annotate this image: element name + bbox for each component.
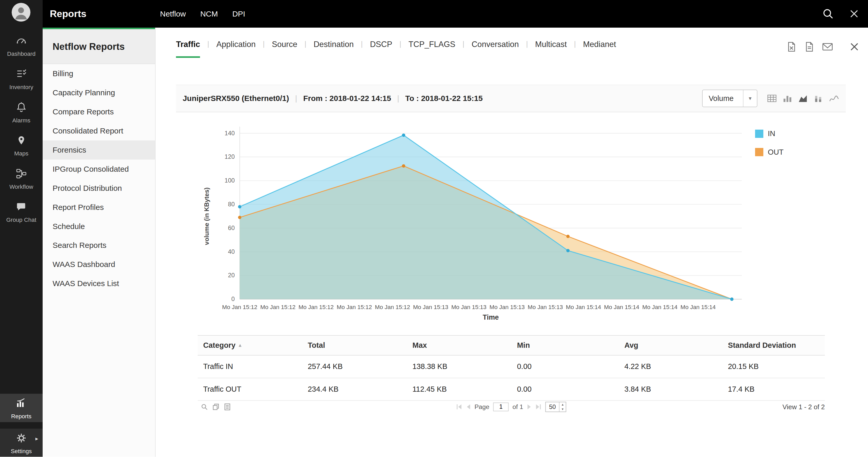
col-header-max[interactable]: Max: [407, 335, 512, 355]
rail-item-label: Alarms: [12, 117, 30, 124]
tab-medianet[interactable]: Medianet: [583, 40, 616, 56]
stepper-down-icon[interactable]: ▾: [559, 407, 566, 412]
tab-dscp[interactable]: DSCP: [370, 40, 392, 56]
page-size-select[interactable]: 50 ▴ ▾: [545, 402, 566, 412]
rail-item-group-chat[interactable]: Group Chat: [0, 197, 43, 230]
topnav-ncm[interactable]: NCM: [200, 9, 218, 18]
tab-tcp-flags[interactable]: TCP_FLAGS: [408, 40, 455, 56]
avatar[interactable]: [12, 3, 30, 22]
search-icon[interactable]: [823, 8, 834, 20]
tab-separator: |: [526, 40, 528, 48]
table-cell: Traffic IN: [198, 355, 302, 378]
email-icon[interactable]: [822, 42, 833, 51]
sidebar-item-forensics[interactable]: Forensics: [43, 140, 155, 160]
legend-label: IN: [768, 129, 775, 138]
table-row[interactable]: Traffic IN257.44 KB138.38 KB0.004.22 KB2…: [198, 355, 825, 378]
bar-chart-icon[interactable]: [783, 94, 792, 102]
col-header-avg[interactable]: Avg: [619, 335, 722, 355]
grid-export-icon[interactable]: [224, 403, 230, 411]
tab-multicast[interactable]: Multicast: [535, 40, 567, 56]
sidebar-item-waas-dashboard[interactable]: WAAS Dashboard: [43, 255, 155, 274]
grid-search-icon[interactable]: [201, 403, 208, 410]
rail-item-workflow[interactable]: Workflow: [0, 164, 43, 197]
grid-copy-icon[interactable]: [213, 403, 219, 410]
sidebar-item-schedule[interactable]: Schedule: [43, 217, 155, 236]
table-cell: 234.4 KB: [302, 378, 407, 401]
last-page-button[interactable]: [535, 404, 541, 409]
col-header-min[interactable]: Min: [512, 335, 619, 355]
rail-item-dashboard[interactable]: Dashboard: [0, 31, 43, 64]
main-content: Traffic|Application|Source|Destination|D…: [156, 28, 868, 457]
tab-conversation[interactable]: Conversation: [472, 40, 519, 56]
table-view-icon[interactable]: [767, 94, 777, 102]
stacked-bar-icon[interactable]: [814, 94, 823, 102]
col-header-total[interactable]: Total: [302, 335, 407, 355]
page-title: Reports: [50, 8, 87, 20]
table-row[interactable]: Traffic OUT234.4 KB112.45 KB0.003.84 KB1…: [198, 378, 825, 401]
next-page-button[interactable]: [527, 404, 531, 409]
svg-text:120: 120: [224, 154, 235, 160]
sidebar-item-report-profiles[interactable]: Report Profiles: [43, 198, 155, 217]
export-xls-icon[interactable]: [786, 41, 797, 52]
grid-toolbar: [198, 403, 230, 411]
sidebar-item-waas-devices-list[interactable]: WAAS Devices List: [43, 274, 155, 293]
expand-arrow-icon: ▸: [35, 435, 38, 442]
table-cell: 138.38 KB: [407, 355, 512, 378]
metric-select[interactable]: Volume ▾: [702, 90, 757, 107]
first-page-button[interactable]: [456, 404, 463, 409]
sidebar-item-consolidated-report[interactable]: Consolidated Report: [43, 121, 155, 140]
legend-swatch: [755, 148, 763, 156]
tab-source[interactable]: Source: [272, 40, 297, 56]
top-nav: Netflow NCM DPI: [160, 9, 245, 18]
sidebar-item-protocol-distribution[interactable]: Protocol Distribution: [43, 179, 155, 198]
tab-destination[interactable]: Destination: [313, 40, 353, 56]
tab-separator: |: [263, 40, 265, 48]
sidebar-item-capacity-planning[interactable]: Capacity Planning: [43, 83, 155, 102]
sort-asc-icon: ▴: [239, 342, 241, 348]
tab-application[interactable]: Application: [216, 40, 255, 56]
col-header-standard-deviation[interactable]: Standard Deviation: [722, 335, 825, 355]
topnav-dpi[interactable]: DPI: [232, 9, 245, 18]
line-chart-icon[interactable]: [829, 94, 839, 102]
page-label: Page: [474, 403, 489, 411]
sidebar-title: Netflow Reports: [43, 28, 155, 64]
prev-page-button[interactable]: [466, 404, 471, 409]
legend-item-in[interactable]: IN: [755, 129, 783, 138]
rail-item-settings[interactable]: Settings ▸: [0, 429, 43, 457]
table-cell: 3.84 KB: [619, 378, 722, 401]
svg-text:0: 0: [231, 296, 235, 302]
report-meta: JuniperSRX550 (Ethernet0/1) | From : 201…: [183, 94, 483, 103]
svg-text:Mo Jan 15:12: Mo Jan 15:12: [222, 304, 257, 311]
rail-item-maps[interactable]: Maps: [0, 131, 43, 164]
sidebar-item-billing[interactable]: Billing: [43, 64, 155, 83]
sidebar-item-compare-reports[interactable]: Compare Reports: [43, 102, 155, 121]
sidebar-item-ipgroup-consolidated[interactable]: IPGroup Consolidated: [43, 160, 155, 179]
svg-text:Mo Jan 15:13: Mo Jan 15:13: [528, 304, 563, 311]
svg-text:Mo Jan 15:13: Mo Jan 15:13: [489, 304, 525, 311]
close-icon[interactable]: [849, 9, 859, 19]
app-window: Reports Netflow NCM DPI Dashboard: [0, 0, 868, 457]
topbar: Reports Netflow NCM DPI: [43, 0, 868, 28]
stepper-up-icon[interactable]: ▴: [559, 402, 566, 407]
page-number-input[interactable]: [493, 402, 509, 411]
col-header-category[interactable]: Category▴: [198, 335, 302, 355]
svg-text:140: 140: [224, 130, 235, 137]
pager: Page of 1 50 ▴ ▾: [456, 402, 566, 412]
map-pin-icon: [15, 134, 27, 149]
topnav-netflow[interactable]: Netflow: [160, 9, 186, 18]
area-chart-icon[interactable]: [798, 94, 808, 102]
svg-text:Mo Jan 15:14: Mo Jan 15:14: [566, 304, 601, 311]
rail-item-inventory[interactable]: Inventory: [0, 64, 43, 97]
export-pdf-icon[interactable]: [804, 41, 814, 52]
tab-traffic[interactable]: Traffic: [176, 40, 200, 58]
close-report-icon[interactable]: [850, 42, 859, 52]
tab-separator: |: [400, 40, 401, 48]
tab-separator: |: [463, 40, 464, 48]
bell-icon: [15, 101, 27, 116]
legend-item-out[interactable]: OUT: [755, 148, 783, 157]
table-header-row: Category▴TotalMaxMinAvgStandard Deviatio…: [198, 335, 825, 355]
rail-item-alarms[interactable]: Alarms: [0, 97, 43, 131]
rail-item-reports[interactable]: Reports: [0, 394, 43, 422]
rail-item-label: Inventory: [9, 84, 33, 91]
sidebar-item-search-reports[interactable]: Search Reports: [43, 236, 155, 255]
